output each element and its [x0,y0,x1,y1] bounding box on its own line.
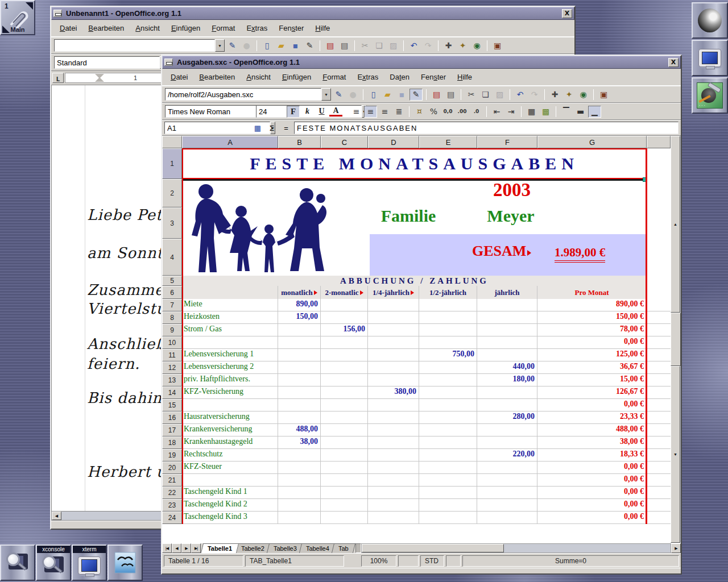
cell-d[interactable] [368,336,419,349]
print-preview-icon[interactable]: ▤ [430,89,443,101]
cell-c[interactable] [321,487,368,499]
edit-file-icon[interactable]: ✎ [226,40,239,52]
row-header-9[interactable]: 9 [162,324,182,336]
table-row[interactable]: priv. Haftpflichtvers.180,0015,00 € [182,374,671,386]
cell-b[interactable] [278,399,321,411]
cell-period-6[interactable]: Pro Monat [537,286,647,299]
cell-f[interactable] [477,512,537,524]
row-header-14[interactable]: 14 [162,386,182,399]
status-zoom[interactable]: 100% [361,555,396,567]
cell-pro-monat[interactable]: 0,00 € [537,512,647,524]
font-name-combo[interactable]: ▼ [165,105,255,118]
header-image-block[interactable]: 2003 Familie Meyer GESAM 1.989,00 € [182,179,671,276]
status-sum[interactable]: Summe=0 [462,555,679,567]
row-header-22[interactable]: 22 [162,487,182,499]
paragraph-style-input[interactable] [54,56,160,69]
hyperlink-icon[interactable]: ◉ [577,89,590,101]
save-document-icon[interactable]: ▪ [395,89,408,101]
cell-f[interactable]: 180,00 [477,374,537,386]
cell-c[interactable] [321,361,368,374]
cell-pro-monat[interactable]: 890,00 € [537,299,647,311]
table-row[interactable]: KFZ-Steuer0,00 € [182,462,671,474]
window-resize-strip[interactable] [162,568,681,573]
cell-section-header[interactable]: ABBUCHUNG / ZAHLUNG [182,276,647,286]
cell-c[interactable] [321,349,368,361]
function-wizard-icon[interactable]: ▦ [251,122,264,134]
row-header-11[interactable]: 11 [162,349,182,361]
cell-b[interactable]: 488,00 [278,424,321,436]
previous-sheet-icon[interactable]: ◀ [172,543,181,553]
menu-daten[interactable]: Daten [384,71,415,83]
cell-d[interactable] [368,499,419,512]
cell-d[interactable] [368,449,419,462]
cell-f[interactable]: 220,00 [477,449,537,462]
scrollbar-thumb[interactable] [362,544,504,552]
cell-filler[interactable] [647,311,671,324]
desktop-pager-icon[interactable] [692,2,728,39]
menu-datei[interactable]: Datei [166,71,193,83]
tab-type-selector[interactable]: L [52,73,64,83]
cell-e[interactable] [419,399,477,411]
main-desktop-button[interactable]: 1 Main [0,0,35,35]
writer-url-input[interactable] [54,39,215,52]
column-header-c[interactable]: C [321,136,368,148]
navigator-icon[interactable]: ✚ [548,89,561,101]
cell-filler[interactable] [647,324,671,336]
cell-pro-monat[interactable]: 0,00 € [537,499,647,512]
cell-f[interactable] [477,299,537,311]
row-header-10[interactable]: 10 [162,336,182,349]
cell-label[interactable]: Taschengeld Kind 3 [182,512,278,524]
taskbar-xconsole[interactable]: xconsole [36,544,71,581]
row-header-7[interactable]: 7 [162,299,182,311]
cut-icon[interactable]: ✂ [465,89,478,101]
section-band[interactable]: ABBUCHUNG / ZAHLUNG monatlich2-monatlic1… [182,276,671,299]
row-header-13[interactable]: 13 [162,374,182,386]
edit-file-icon[interactable]: ✎ [332,89,345,101]
cell-label[interactable]: Rechtschutz [182,449,278,462]
table-row[interactable]: Krankenhaustagegeld38,0038,00 € [182,436,671,449]
cell-label[interactable]: Taschengeld Kind 2 [182,499,278,512]
cell-filler[interactable] [647,361,671,374]
print-preview-icon[interactable]: ▤ [324,40,337,52]
cell-f[interactable] [477,386,537,399]
print-icon[interactable]: ▤ [338,40,351,52]
cell-c[interactable] [321,386,368,399]
bold-icon[interactable]: F [287,106,300,118]
cell-e[interactable]: 750,00 [419,349,477,361]
column-header-e[interactable]: E [419,136,477,148]
gesamt-band[interactable]: GESAM 1.989,00 € [370,234,647,276]
column-header-d[interactable]: D [368,136,419,148]
add-decimal-icon[interactable]: .00 [456,106,469,118]
cell-pro-monat[interactable]: 23,33 € [537,411,647,424]
table-row[interactable]: Taschengeld Kind 20,00 € [182,499,671,512]
menu-fenster[interactable]: Fenster [274,22,309,34]
cell-e[interactable] [419,386,477,399]
menu-format[interactable]: Format [317,71,351,83]
writer-url-combo[interactable]: ▼ [54,39,225,52]
cell-filler[interactable] [647,487,671,499]
cell-pro-monat[interactable]: 18,33 € [537,449,647,462]
cell-b[interactable] [278,449,321,462]
cell-filler[interactable] [647,499,671,512]
cell-b[interactable] [278,349,321,361]
cell-e[interactable] [419,499,477,512]
window-menu-icon[interactable] [164,59,173,66]
cell-d[interactable] [368,361,419,374]
menu-hilfe[interactable]: Hilfe [452,71,477,83]
cell-filler[interactable] [647,462,671,474]
cell-c[interactable] [321,462,368,474]
cell-label[interactable]: KFZ-Steuer [182,462,278,474]
menu-extras[interactable]: Extras [352,71,383,83]
spreadsheet-grid[interactable]: 123456789101112131415161718192021222324 … [162,148,671,543]
scroll-left-icon[interactable]: ◀ [52,512,61,520]
cell-label[interactable]: Krankenhaustagegeld [182,436,278,449]
cell-f[interactable] [477,474,537,487]
menu-bearbeiten[interactable]: Bearbeiten [194,71,240,83]
open-document-icon[interactable]: ▰ [381,89,394,101]
new-document-icon[interactable]: ▯ [367,89,380,101]
column-header-f[interactable]: F [477,136,537,148]
row-header-24[interactable]: 24 [162,512,182,524]
cell-period-2[interactable]: 2-monatlic [321,286,368,299]
stylist-icon[interactable]: ✦ [456,40,469,52]
cell-gesamt-value[interactable]: 1.989,00 € [555,246,605,263]
